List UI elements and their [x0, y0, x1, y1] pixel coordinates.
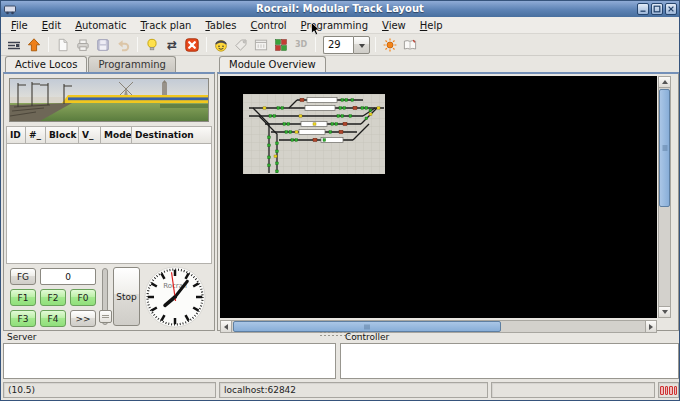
lightbulb-icon	[144, 37, 160, 53]
tag-button	[232, 36, 250, 54]
col-block[interactable]: Block	[46, 126, 79, 144]
floppy-save-icon	[95, 37, 111, 53]
minimize-button[interactable]	[637, 3, 649, 15]
tab-programming[interactable]: Programming	[88, 56, 175, 72]
fiddle-yard-icon	[253, 37, 269, 53]
scroll-down-button[interactable]	[659, 306, 670, 317]
power-lamp-button[interactable]	[143, 36, 161, 54]
track-plan[interactable]	[243, 94, 385, 174]
vertical-scroll-thumb[interactable]	[659, 89, 670, 207]
tab-module-overview[interactable]: Module Overview	[219, 56, 326, 72]
open-workspace-button[interactable]	[5, 36, 23, 54]
f4-button[interactable]: F4	[40, 310, 66, 327]
train-photo-image	[10, 79, 208, 121]
status-version: (10.5)	[3, 382, 216, 398]
menu-item-edit[interactable]: Edit	[35, 18, 68, 33]
tag-icon	[233, 37, 249, 53]
up-arrow-icon	[26, 37, 42, 53]
status-indicators	[658, 382, 679, 398]
status-connection: localhost:62842	[219, 382, 488, 398]
emergency-stop-icon	[184, 37, 200, 53]
col-id[interactable]: ID	[6, 126, 26, 144]
speed-slider-handle[interactable]	[99, 310, 112, 323]
turntable-icon: 3D	[295, 41, 307, 49]
daylight-button[interactable]	[381, 36, 399, 54]
power-on-button[interactable]	[25, 36, 43, 54]
fast-clock: Rocrail	[143, 265, 207, 329]
window-title: Rocrail: Modular Track Layout	[1, 1, 679, 17]
status-indicator	[665, 386, 669, 395]
col-destination[interactable]: Destination	[132, 126, 212, 144]
throttle-controls: FG 0 F1 F2 F0 F3 F4 >> Stop	[4, 264, 214, 330]
toolbar-separator	[315, 37, 316, 52]
operator-smiley-icon	[213, 37, 229, 53]
scroll-left-button[interactable]	[221, 321, 232, 332]
fiddle-yard-button	[252, 36, 270, 54]
zoom-dropdown-button[interactable]	[353, 36, 370, 54]
scroll-up-button[interactable]	[659, 77, 670, 88]
workspace-icon	[6, 37, 22, 53]
horizontal-scrollbar[interactable]	[220, 320, 657, 333]
titlebar[interactable]: Rocrail: Modular Track Layout	[1, 1, 679, 17]
col-address[interactable]: #_	[26, 126, 46, 144]
rocrail-window: Rocrail: Modular Track Layout File Edit …	[0, 0, 680, 401]
modules-grid-icon	[273, 37, 289, 53]
loco-table-body[interactable]	[6, 144, 212, 264]
close-button[interactable]	[665, 3, 677, 15]
menu-item-track-plan[interactable]: Track plan	[133, 18, 198, 33]
stop-button[interactable]: Stop	[113, 267, 140, 326]
f0-button[interactable]: F0	[70, 289, 96, 306]
loc-operator-button[interactable]	[212, 36, 230, 54]
f1-button[interactable]: F1	[10, 289, 36, 306]
module-canvas[interactable]	[220, 76, 657, 318]
scroll-right-button[interactable]	[645, 321, 656, 332]
zoom-value[interactable]: 29	[323, 36, 353, 54]
horizontal-scroll-thumb[interactable]	[233, 321, 501, 332]
server-label: Server	[7, 332, 37, 342]
printer-icon	[75, 37, 91, 53]
down-arrow-icon	[662, 310, 668, 317]
loco-photo	[9, 78, 209, 122]
menu-item-file[interactable]: File	[4, 18, 35, 33]
tab-active-locos[interactable]: Active Locos	[5, 56, 87, 72]
col-speed[interactable]: V_	[79, 126, 101, 144]
emergency-break-button[interactable]	[183, 36, 201, 54]
menu-item-control[interactable]: Control	[243, 18, 293, 33]
speed-slider[interactable]	[102, 268, 108, 325]
menu-item-view[interactable]: View	[375, 18, 413, 33]
menu-item-automatic[interactable]: Automatic	[68, 18, 133, 33]
toolbar-separator	[137, 37, 138, 52]
menubar: File Edit Automatic Track plan Tables Co…	[1, 17, 679, 34]
menu-item-help[interactable]: Help	[413, 18, 450, 33]
print-button	[74, 36, 92, 54]
zoom-combobox[interactable]: 29	[323, 36, 370, 54]
module-view-button[interactable]	[272, 36, 290, 54]
right-arrow-icon	[649, 324, 656, 330]
open-book-button[interactable]	[401, 36, 419, 54]
left-arrow-icon	[221, 324, 228, 330]
toolbar-separator	[375, 37, 376, 52]
status-indicator	[660, 386, 664, 395]
auto-routes-button[interactable]: ⇄	[163, 36, 181, 54]
toolbar: ⇄ 3D 29	[1, 34, 679, 56]
fg-button[interactable]: FG	[10, 268, 36, 285]
toolbar-separator	[48, 37, 49, 52]
function-group-value[interactable]: 0	[40, 268, 96, 285]
f2-button[interactable]: F2	[40, 289, 66, 306]
menu-item-programming[interactable]: Programming	[294, 18, 375, 33]
status-message	[491, 382, 655, 398]
col-mode[interactable]: Mode	[101, 126, 132, 144]
menu-item-tables[interactable]: Tables	[198, 18, 243, 33]
new-document-icon	[55, 37, 71, 53]
turntable-button: 3D	[292, 36, 310, 54]
controller-log[interactable]	[340, 343, 679, 379]
status-indicator	[674, 386, 678, 395]
more-functions-button[interactable]: >>	[70, 310, 96, 327]
server-log[interactable]	[3, 343, 336, 379]
f3-button[interactable]: F3	[10, 310, 36, 327]
sun-icon	[382, 37, 398, 53]
new-button	[54, 36, 72, 54]
maximize-button[interactable]	[651, 3, 663, 15]
toolbar-separator	[206, 37, 207, 52]
vertical-scrollbar[interactable]	[658, 76, 671, 318]
